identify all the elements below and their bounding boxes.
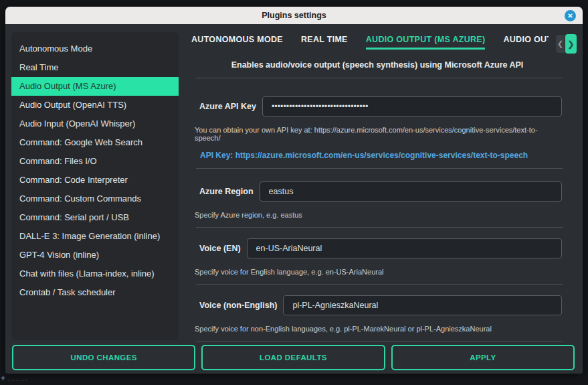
divider	[196, 341, 563, 341]
plugin-settings-panel: AUTONOMOUS MODE REAL TIME AUDIO OUTPUT (…	[185, 31, 577, 340]
tab-audio-output-ms-azure[interactable]: AUDIO OUTPUT (MS AZURE)	[366, 35, 486, 50]
sidebar-item-crontab-task-scheduler[interactable]: Crontab / Task scheduler	[11, 283, 179, 302]
sidebar-item-command-custom-commands[interactable]: Command: Custom Commands	[11, 189, 179, 208]
plugins-settings-dialog: Plugins settings ✕ Autonomous Mode Real …	[5, 7, 583, 374]
background-faint-text: ........	[7, 375, 27, 382]
load-defaults-button[interactable]: LOAD DEFAULTS	[201, 345, 385, 370]
voice-non-english-input[interactable]	[283, 295, 562, 315]
sidebar-item-audio-output-ms-azure[interactable]: Audio Output (MS Azure)	[11, 77, 179, 96]
sidebar-item-command-google-web-search[interactable]: Command: Google Web Search	[11, 133, 179, 152]
voice-non-english-label: Voice (non-English)	[199, 301, 283, 310]
azure-api-key-row: Azure API Key	[199, 96, 562, 117]
azure-api-key-input[interactable]	[262, 96, 562, 117]
voice-en-row: Voice (EN)	[199, 238, 562, 258]
sidebar-item-audio-output-openai-tts[interactable]: Audio Output (OpenAI TTS)	[11, 96, 179, 114]
close-icon[interactable]: ✕	[565, 10, 576, 21]
sidebar-item-command-files-io[interactable]: Command: Files I/O	[11, 152, 179, 171]
sidebar-item-chat-with-files[interactable]: Chat with files (Llama-index, inline)	[11, 264, 179, 283]
voice-en-hint: Specify voice for English language, e.g.…	[195, 268, 563, 276]
tab-audio-output-openai[interactable]: AUDIO OUTPUT (OPE	[503, 35, 549, 50]
azure-api-key-hint: You can obtain your own API key at: http…	[195, 126, 563, 142]
tab-scroll-right-icon[interactable]: ❯	[565, 34, 577, 54]
azure-region-label: Azure Region	[199, 187, 260, 196]
tab-scroll-left-icon[interactable]: ❮	[556, 35, 565, 53]
azure-region-row: Azure Region	[199, 181, 562, 202]
sidebar-item-command-code-interpreter[interactable]: Command: Code Interpreter	[11, 171, 179, 189]
tab-bar: AUTONOMOUS MODE REAL TIME AUDIO OUTPUT (…	[185, 31, 549, 50]
background-plus-label: +	[1, 374, 5, 383]
sidebar-item-real-time[interactable]: Real Time	[11, 58, 179, 77]
azure-api-key-link[interactable]: API Key: https://azure.microsoft.com/en-…	[200, 151, 563, 160]
voice-en-input[interactable]	[247, 238, 562, 258]
apply-button[interactable]: APPLY	[391, 345, 575, 370]
plugin-list: Autonomous Mode Real Time Audio Output (…	[11, 32, 179, 340]
titlebar[interactable]: Plugins settings ✕	[5, 7, 583, 24]
divider	[196, 284, 563, 285]
tab-scrollers: ❮ ❯	[556, 34, 577, 54]
dialog-title: Plugins settings	[262, 11, 326, 20]
voice-non-english-row: Voice (non-English)	[199, 295, 562, 315]
azure-api-key-label: Azure API Key	[199, 102, 262, 111]
undo-changes-button[interactable]: UNDO CHANGES	[12, 345, 195, 370]
tab-real-time[interactable]: REAL TIME	[301, 35, 348, 50]
footer-button-bar: UNDO CHANGES LOAD DEFAULTS APPLY	[12, 345, 575, 370]
azure-region-hint: Specify Azure region, e.g. eastus	[195, 211, 563, 219]
voice-en-label: Voice (EN)	[199, 244, 247, 253]
voice-non-english-hint: Specify voice for non-English languages,…	[195, 325, 563, 333]
divider	[196, 78, 563, 78]
sidebar-item-dalle3-image-generation[interactable]: DALL-E 3: Image Generation (inline)	[11, 227, 179, 246]
sidebar-item-gpt4-vision[interactable]: GPT-4 Vision (inline)	[11, 246, 179, 264]
sidebar-item-command-serial-port-usb[interactable]: Command: Serial port / USB	[11, 208, 179, 227]
tabs-row: AUTONOMOUS MODE REAL TIME AUDIO OUTPUT (…	[185, 31, 577, 54]
azure-region-input[interactable]	[260, 181, 562, 202]
plugin-description: Enables audio/voice output (speech synth…	[191, 60, 563, 70]
divider	[196, 168, 563, 169]
divider	[196, 227, 563, 228]
background-window-strip: + ........	[0, 374, 588, 385]
sidebar-item-autonomous-mode[interactable]: Autonomous Mode	[11, 40, 179, 58]
sidebar-item-audio-input-openai-whisper[interactable]: Audio Input (OpenAI Whisper)	[11, 114, 179, 133]
tab-autonomous-mode[interactable]: AUTONOMOUS MODE	[191, 35, 283, 50]
